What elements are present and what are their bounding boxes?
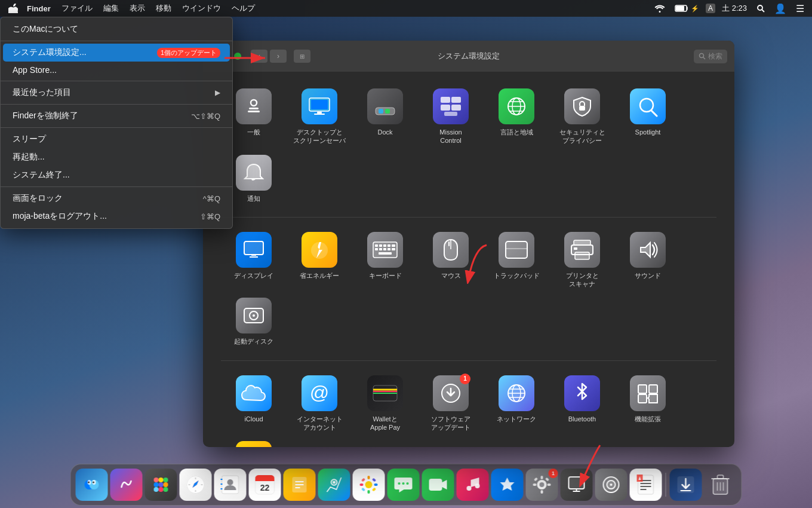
svg-rect-40 xyxy=(392,244,395,247)
menu-sleep[interactable]: スリープ xyxy=(1,130,232,148)
dock-system-preferences[interactable]: 1 xyxy=(526,469,558,501)
pref-energy[interactable]: 省エネルギー xyxy=(287,227,352,293)
svg-point-111 xyxy=(164,487,168,492)
svg-rect-43 xyxy=(383,248,386,250)
svg-point-2 xyxy=(758,5,762,10)
general-label: 一般 xyxy=(247,128,260,136)
menu-divider-4 xyxy=(1,127,232,128)
dock-launchpad[interactable] xyxy=(145,469,177,501)
arrow-indicator-1 xyxy=(224,49,272,67)
menu-shutdown[interactable]: システム終了... xyxy=(1,166,232,184)
pref-software-update[interactable]: 1 ソフトウェアアップデート xyxy=(418,371,484,437)
svg-point-139 xyxy=(402,482,405,485)
menu-icon[interactable]: ☰ xyxy=(793,3,807,14)
menubar-file[interactable]: ファイル xyxy=(56,0,98,17)
pref-internet[interactable]: @ インターネットアカウント xyxy=(287,371,352,437)
menu-divider-5 xyxy=(1,186,232,187)
pref-dock[interactable]: Dock xyxy=(352,84,418,150)
ime-indicator: A xyxy=(706,4,715,13)
menubar-window[interactable]: ウインドウ xyxy=(177,0,226,17)
svg-rect-36 xyxy=(375,244,378,247)
dock-finder[interactable] xyxy=(76,469,108,501)
pref-bluetooth[interactable]: Bluetooth xyxy=(549,371,615,437)
pref-language[interactable]: 言語と地域 xyxy=(484,84,549,150)
menu-force-quit[interactable]: Finderを強制終了 ⌥⇧⌘Q xyxy=(1,107,232,125)
dock-appstore[interactable] xyxy=(491,469,524,501)
pref-sharing[interactable]: 共有 xyxy=(221,436,287,447)
svg-point-110 xyxy=(159,487,164,492)
menu-about-mac[interactable]: このMacについて xyxy=(1,20,232,38)
spotlight-pref-icon xyxy=(630,88,666,124)
network-icon xyxy=(499,375,534,411)
dock-safari[interactable] xyxy=(180,469,212,501)
pref-startup[interactable]: 起動ディスク xyxy=(221,293,287,350)
dock-siri[interactable] xyxy=(110,469,143,501)
svg-line-7 xyxy=(703,57,706,60)
pref-network[interactable]: ネットワーク xyxy=(484,371,549,437)
language-label: 言語と地域 xyxy=(500,128,533,136)
menubar-go[interactable]: 移動 xyxy=(150,0,177,17)
svg-point-101 xyxy=(88,482,90,483)
spotlight-icon[interactable] xyxy=(753,4,768,13)
menu-app-store[interactable]: App Store... xyxy=(1,62,232,78)
security-label: セキュリティとプライバシー xyxy=(559,128,605,145)
svg-rect-9 xyxy=(249,108,259,109)
svg-rect-1 xyxy=(676,6,684,11)
search-bar[interactable]: 検索 xyxy=(694,50,727,63)
pref-desktop[interactable]: デスクトップとスクリーンセーバ xyxy=(287,84,352,150)
dock-messages[interactable] xyxy=(387,469,420,501)
dock-facetime[interactable] xyxy=(422,469,454,501)
menu-system-preferences[interactable]: システム環境設定... 1個のアップデート xyxy=(3,44,230,62)
pref-security[interactable]: セキュリティとプライバシー xyxy=(549,84,615,150)
menubar-finder[interactable]: Finder xyxy=(21,0,56,17)
apple-menu-button[interactable] xyxy=(5,0,21,17)
sound-label: サウンド xyxy=(635,271,661,280)
dock-downloads[interactable] xyxy=(670,469,702,501)
notifications-icon xyxy=(236,155,272,191)
dock-photos[interactable] xyxy=(353,469,385,501)
svg-point-107 xyxy=(159,482,164,487)
extensions-label: 機能拡張 xyxy=(635,415,661,423)
grid-view-button[interactable]: ⊞ xyxy=(294,50,310,63)
battery-icon: ⚡ xyxy=(672,4,702,13)
wifi-icon[interactable] xyxy=(651,4,668,13)
dock-trash[interactable] xyxy=(705,469,737,501)
pref-display[interactable]: ディスプレイ xyxy=(221,227,287,293)
menubar-edit[interactable]: 編集 xyxy=(98,0,124,17)
pref-keyboard[interactable]: キーボード xyxy=(352,227,418,293)
dock-icon xyxy=(367,88,403,124)
pref-printers[interactable]: プリンタとスキャナ xyxy=(549,227,615,293)
pref-trackpad[interactable]: トラックパッド xyxy=(484,227,549,293)
svg-rect-71 xyxy=(638,394,647,403)
menubar-view[interactable]: 表示 xyxy=(124,0,150,17)
menu-recent-items[interactable]: 最近使った項目 ▶ xyxy=(1,84,232,102)
pref-icloud[interactable]: iCloud xyxy=(221,371,287,437)
dock-maps[interactable] xyxy=(318,469,350,501)
dock-music[interactable] xyxy=(457,469,489,501)
menu-restart[interactable]: 再起動... xyxy=(1,148,232,166)
pref-wallet[interactable]: WalletとApple Pay xyxy=(352,371,418,437)
svg-point-102 xyxy=(93,482,94,483)
pref-mission[interactable]: MissionControl xyxy=(418,84,484,150)
pref-extensions[interactable]: 機能拡張 xyxy=(615,371,681,437)
dock-calendar[interactable]: 22 xyxy=(249,469,281,501)
svg-rect-149 xyxy=(548,483,551,486)
svg-rect-131 xyxy=(368,490,370,494)
datetime-display: 土 2:23 xyxy=(719,3,750,14)
svg-rect-41 xyxy=(375,248,378,250)
forward-button[interactable]: › xyxy=(270,50,287,63)
pref-sound[interactable]: サウンド xyxy=(615,227,681,293)
pref-spotlight[interactable]: Spotlight xyxy=(615,84,681,150)
menu-logout[interactable]: moja-betaをログアウト... ⇧⌘Q xyxy=(1,207,232,225)
energy-icon xyxy=(302,232,337,268)
dock-notes[interactable] xyxy=(284,469,316,501)
menubar-help[interactable]: ヘルプ xyxy=(226,0,260,17)
menu-lock-screen[interactable]: 画面をロック ^⌘Q xyxy=(1,189,232,207)
svg-rect-22 xyxy=(444,112,457,116)
svg-text:22: 22 xyxy=(260,483,270,492)
dock-contacts[interactable] xyxy=(214,469,247,501)
dock-textedit[interactable] xyxy=(630,469,662,501)
svg-rect-51 xyxy=(574,240,590,245)
user-icon[interactable]: 👤 xyxy=(771,3,789,14)
internet-icon: @ xyxy=(302,375,337,411)
